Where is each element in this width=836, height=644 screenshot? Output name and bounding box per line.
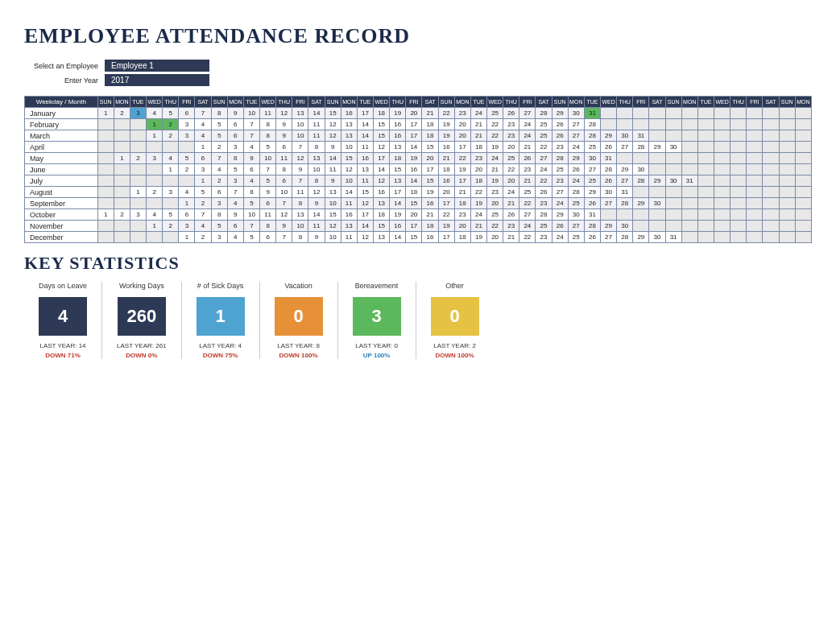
- day-cell[interactable]: [633, 209, 649, 221]
- day-cell[interactable]: [714, 198, 730, 209]
- day-cell[interactable]: [714, 232, 730, 243]
- day-cell[interactable]: 3: [130, 108, 146, 119]
- day-cell[interactable]: 28: [536, 108, 552, 119]
- day-cell[interactable]: 15: [390, 164, 406, 175]
- day-cell[interactable]: 21: [503, 198, 519, 209]
- day-cell[interactable]: [779, 119, 795, 130]
- day-cell[interactable]: 11: [308, 130, 325, 142]
- day-cell[interactable]: [730, 153, 747, 164]
- day-cell[interactable]: 12: [374, 142, 390, 153]
- day-cell[interactable]: 13: [374, 198, 390, 209]
- day-cell[interactable]: 22: [438, 209, 454, 221]
- day-cell[interactable]: 18: [470, 142, 486, 153]
- day-cell[interactable]: 15: [406, 232, 422, 243]
- day-cell[interactable]: 31: [584, 108, 600, 119]
- day-cell[interactable]: [681, 108, 697, 119]
- day-cell[interactable]: 21: [422, 108, 438, 119]
- day-cell[interactable]: 9: [292, 164, 308, 175]
- day-cell[interactable]: [747, 175, 763, 187]
- day-cell[interactable]: 6: [227, 130, 243, 142]
- day-cell[interactable]: 23: [487, 187, 503, 198]
- day-cell[interactable]: [665, 130, 681, 142]
- day-cell[interactable]: 2: [211, 142, 227, 153]
- day-cell[interactable]: 2: [147, 187, 163, 198]
- day-cell[interactable]: [163, 142, 179, 153]
- day-cell[interactable]: 16: [357, 153, 373, 164]
- day-cell[interactable]: 14: [325, 153, 341, 164]
- day-cell[interactable]: [763, 130, 779, 142]
- day-cell[interactable]: 22: [503, 164, 519, 175]
- day-cell[interactable]: 17: [357, 209, 373, 221]
- day-cell[interactable]: 25: [519, 187, 536, 198]
- day-cell[interactable]: 29: [584, 187, 600, 198]
- day-cell[interactable]: [649, 209, 665, 221]
- day-cell[interactable]: 8: [243, 187, 259, 198]
- day-cell[interactable]: [147, 164, 163, 175]
- day-cell[interactable]: 6: [179, 108, 195, 119]
- day-cell[interactable]: 16: [374, 187, 390, 198]
- day-cell[interactable]: 29: [552, 108, 568, 119]
- day-cell[interactable]: 30: [617, 221, 633, 232]
- day-cell[interactable]: [163, 232, 179, 243]
- day-cell[interactable]: [147, 142, 163, 153]
- day-cell[interactable]: 10: [292, 130, 308, 142]
- day-cell[interactable]: 6: [211, 187, 227, 198]
- day-cell[interactable]: 3: [179, 119, 195, 130]
- day-cell[interactable]: 25: [536, 119, 552, 130]
- day-cell[interactable]: [697, 164, 714, 175]
- day-cell[interactable]: 5: [211, 221, 227, 232]
- day-cell[interactable]: 22: [519, 232, 536, 243]
- day-cell[interactable]: [649, 119, 665, 130]
- day-cell[interactable]: [779, 209, 795, 221]
- day-cell[interactable]: [681, 130, 697, 142]
- day-cell[interactable]: [130, 142, 146, 153]
- day-cell[interactable]: 10: [341, 175, 357, 187]
- day-cell[interactable]: 13: [308, 153, 325, 164]
- day-cell[interactable]: 2: [195, 198, 211, 209]
- employee-select[interactable]: Employee 1: [105, 60, 209, 72]
- day-cell[interactable]: 18: [390, 153, 406, 164]
- day-cell[interactable]: [779, 187, 795, 198]
- day-cell[interactable]: [665, 164, 681, 175]
- day-cell[interactable]: [714, 187, 730, 198]
- day-cell[interactable]: 9: [325, 142, 341, 153]
- day-cell[interactable]: 7: [243, 130, 259, 142]
- day-cell[interactable]: 12: [325, 119, 341, 130]
- day-cell[interactable]: 3: [163, 187, 179, 198]
- day-cell[interactable]: 7: [276, 232, 292, 243]
- day-cell[interactable]: [795, 175, 811, 187]
- day-cell[interactable]: 14: [406, 142, 422, 153]
- day-cell[interactable]: 11: [260, 108, 276, 119]
- day-cell[interactable]: [747, 209, 763, 221]
- day-cell[interactable]: 27: [601, 232, 617, 243]
- day-cell[interactable]: [697, 221, 714, 232]
- day-cell[interactable]: [730, 198, 747, 209]
- day-cell[interactable]: [681, 221, 697, 232]
- day-cell[interactable]: 13: [325, 187, 341, 198]
- day-cell[interactable]: 22: [470, 187, 486, 198]
- day-cell[interactable]: 25: [487, 209, 503, 221]
- day-cell[interactable]: 8: [260, 130, 276, 142]
- day-cell[interactable]: 27: [584, 164, 600, 175]
- day-cell[interactable]: 17: [454, 175, 470, 187]
- day-cell[interactable]: 4: [195, 130, 211, 142]
- day-cell[interactable]: 5: [163, 209, 179, 221]
- day-cell[interactable]: [697, 153, 714, 164]
- day-cell[interactable]: 19: [390, 209, 406, 221]
- day-cell[interactable]: 7: [292, 175, 308, 187]
- day-cell[interactable]: 31: [633, 130, 649, 142]
- day-cell[interactable]: [763, 232, 779, 243]
- day-cell[interactable]: 13: [292, 108, 308, 119]
- day-cell[interactable]: [763, 142, 779, 153]
- day-cell[interactable]: 18: [454, 198, 470, 209]
- day-cell[interactable]: 23: [552, 142, 568, 153]
- day-cell[interactable]: 12: [374, 175, 390, 187]
- day-cell[interactable]: [130, 164, 146, 175]
- day-cell[interactable]: 15: [374, 130, 390, 142]
- day-cell[interactable]: 19: [406, 153, 422, 164]
- day-cell[interactable]: 10: [260, 153, 276, 164]
- day-cell[interactable]: 9: [308, 198, 325, 209]
- day-cell[interactable]: 25: [584, 175, 600, 187]
- day-cell[interactable]: [114, 221, 130, 232]
- day-cell[interactable]: [730, 142, 747, 153]
